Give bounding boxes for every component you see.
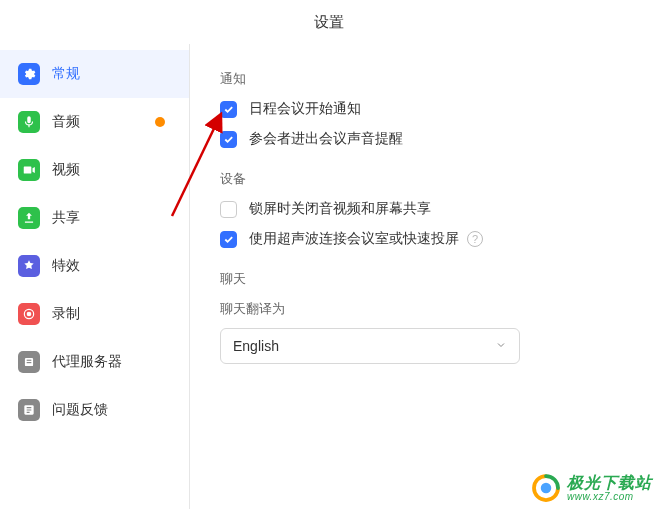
sidebar-item-label: 音频 — [52, 113, 80, 131]
feedback-icon — [18, 399, 40, 421]
svg-rect-3 — [27, 360, 32, 361]
effects-icon — [18, 255, 40, 277]
sidebar-item-label: 共享 — [52, 209, 80, 227]
video-icon — [18, 159, 40, 181]
sidebar-item-share[interactable]: 共享 — [0, 194, 189, 242]
page-title: 设置 — [314, 13, 344, 32]
gear-icon — [18, 63, 40, 85]
section-title-device: 设备 — [220, 170, 628, 188]
sidebar-item-video[interactable]: 视频 — [0, 146, 189, 194]
sidebar: 常规 音频 视频 共享 特效 — [0, 44, 190, 509]
checkbox-label: 锁屏时关闭音视频和屏幕共享 — [249, 200, 431, 218]
help-icon[interactable]: ? — [467, 231, 483, 247]
checkbox-label: 参会者进出会议声音提醒 — [249, 130, 403, 148]
sidebar-item-audio[interactable]: 音频 — [0, 98, 189, 146]
content-panel: 通知 日程会议开始通知 参会者进出会议声音提醒 设备 锁屏时关闭音视频和屏幕共享 — [190, 44, 658, 509]
chevron-down-icon — [495, 338, 507, 354]
sidebar-item-label: 常规 — [52, 65, 80, 83]
svg-point-1 — [27, 312, 31, 316]
sidebar-item-proxy[interactable]: 代理服务器 — [0, 338, 189, 386]
checkbox-schedule-notify[interactable]: 日程会议开始通知 — [220, 100, 628, 118]
sidebar-item-label: 视频 — [52, 161, 80, 179]
checkbox-icon — [220, 201, 237, 218]
sidebar-item-label: 录制 — [52, 305, 80, 323]
checkbox-participant-sound[interactable]: 参会者进出会议声音提醒 — [220, 130, 628, 148]
translate-label: 聊天翻译为 — [220, 300, 628, 318]
checkbox-ultrasonic[interactable]: 使用超声波连接会议室或快速投屏 ? — [220, 230, 628, 248]
checkbox-icon — [220, 101, 237, 118]
main-container: 常规 音频 视频 共享 特效 — [0, 44, 658, 509]
checkbox-icon — [220, 131, 237, 148]
checkbox-label: 日程会议开始通知 — [249, 100, 361, 118]
sidebar-item-record[interactable]: 录制 — [0, 290, 189, 338]
svg-rect-4 — [27, 362, 32, 363]
share-icon — [18, 207, 40, 229]
sidebar-item-general[interactable]: 常规 — [0, 50, 189, 98]
section-title-notifications: 通知 — [220, 70, 628, 88]
sidebar-item-effects[interactable]: 特效 — [0, 242, 189, 290]
sidebar-item-label: 特效 — [52, 257, 80, 275]
record-icon — [18, 303, 40, 325]
checkbox-lockscreen-close[interactable]: 锁屏时关闭音视频和屏幕共享 — [220, 200, 628, 218]
section-title-chat: 聊天 — [220, 270, 628, 288]
sidebar-item-label: 问题反馈 — [52, 401, 108, 419]
checkbox-label: 使用超声波连接会议室或快速投屏 — [249, 230, 459, 248]
notification-badge — [155, 117, 165, 127]
settings-header: 设置 — [0, 0, 658, 44]
proxy-icon — [18, 351, 40, 373]
checkbox-icon — [220, 231, 237, 248]
sidebar-item-label: 代理服务器 — [52, 353, 122, 371]
language-select[interactable]: English — [220, 328, 520, 364]
select-value: English — [233, 338, 279, 354]
mic-icon — [18, 111, 40, 133]
sidebar-item-feedback[interactable]: 问题反馈 — [0, 386, 189, 434]
